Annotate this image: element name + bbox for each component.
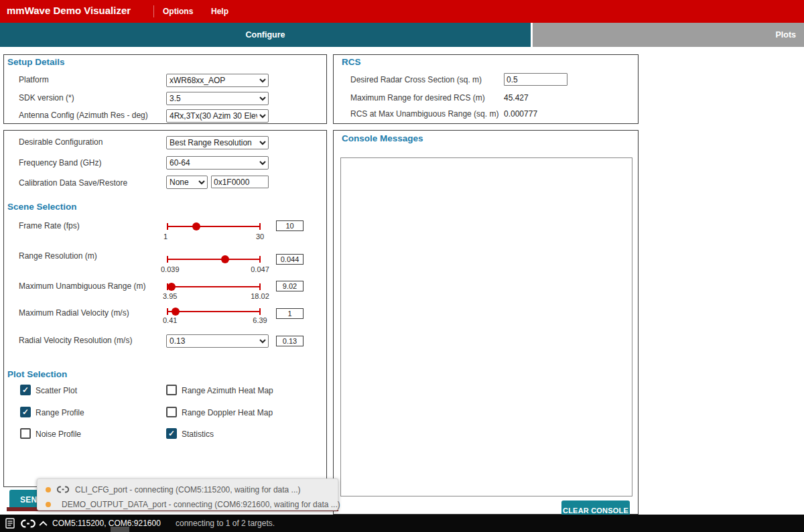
platform-label: Platform [19, 75, 49, 84]
console-output[interactable] [340, 157, 632, 496]
rcs-heading: RCS [342, 57, 361, 67]
slider-track[interactable] [168, 311, 260, 312]
slider-track[interactable] [168, 226, 260, 227]
slider-track[interactable] [168, 259, 260, 260]
toast-row: CLI_CFG_port - connecting (COM5:115200, … [46, 484, 330, 495]
desired-rcs-label: Desired Radar Cross Section (sq. m) [350, 75, 482, 84]
calibration-label: Calibration Data Save/Restore [19, 178, 127, 188]
sdk-version-label: SDK version (*) [19, 93, 74, 103]
radial-velocity-resolution-label: Radial Velocity Resolution (m/s) [19, 336, 132, 345]
radial-velocity-resolution-value[interactable]: 0.13 [276, 336, 304, 346]
max-unambiguous-range-value[interactable]: 9.02 [276, 281, 304, 291]
range-azimuth-heat-map-label: Range Azimuth Heat Map [182, 386, 273, 395]
antenna-config-label: Antenna Config (Azimuth Res - deg) [19, 111, 148, 120]
menu-options[interactable]: Options [163, 7, 193, 16]
range-profile-checkbox[interactable] [20, 407, 31, 417]
scatter-plot-label: Scatter Plot [36, 386, 77, 395]
frame-rate-slider[interactable] [168, 222, 260, 231]
max-range-rcs-label: Maximum Range for desired RCS (m) [350, 93, 485, 103]
max-unambiguous-range-label: Maximum Unambiguous Range (m) [19, 281, 145, 291]
tab-configure[interactable]: Configure [0, 23, 531, 47]
slider-thumb[interactable] [172, 308, 180, 316]
plot-selection-heading: Plot Selection [7, 369, 67, 379]
range-profile-label: Range Profile [36, 408, 84, 417]
toast-row: DEMO_OUTPUT_DATA_port - connecting (COM6… [46, 498, 330, 510]
tab-plots[interactable]: Plots [533, 23, 804, 47]
desirable-config-label: Desirable Configuration [19, 137, 103, 147]
chevron-up-icon[interactable] [39, 521, 48, 527]
range-azimuth-heat-map-checkbox[interactable] [166, 385, 177, 395]
app-header: mmWave Demo Visualizer Options Help [0, 0, 804, 23]
calibration-address-input[interactable] [211, 176, 269, 188]
toast-message: CLI_CFG_port - connecting (COM5:115200, … [75, 485, 301, 494]
setup-details-heading: Setup Details [7, 57, 65, 67]
log-icon[interactable] [5, 518, 15, 529]
rcs-at-max-label: RCS at Max Unambiguous Range (sq. m) [350, 109, 498, 119]
status-dot-icon [46, 502, 51, 507]
slider-tick-left [167, 308, 168, 315]
range-doppler-heat-map-checkbox[interactable] [166, 407, 177, 417]
statistics-checkbox[interactable] [166, 428, 177, 439]
slider-tick-right [259, 223, 261, 230]
header-divider [153, 5, 154, 17]
app-title: mmWave Demo Visualizer [7, 5, 131, 16]
max-radial-velocity-slider[interactable] [168, 307, 260, 316]
slider-thumb[interactable] [168, 283, 176, 291]
frame-rate-min: 1 [163, 232, 168, 241]
sdk-version-select[interactable]: 3.5 [166, 92, 269, 105]
slider-tick-left [167, 223, 168, 230]
range-resolution-slider[interactable] [168, 255, 260, 264]
frame-rate-label: Frame Rate (fps) [19, 221, 80, 230]
noise-profile-label: Noise Profile [36, 429, 81, 439]
max-radial-velocity-label: Maximum Radial Velocity (m/s) [19, 308, 129, 318]
max-range-rcs-value: 45.427 [504, 93, 529, 103]
scatter-plot-checkbox[interactable] [20, 385, 31, 395]
console-messages-heading: Console Messages [342, 133, 423, 143]
frequency-band-select[interactable]: 60-64 [166, 156, 269, 170]
scene-selection-heading: Scene Selection [7, 202, 77, 212]
status-ports: COM5:115200, COM6:921600 [52, 519, 161, 528]
max-unambiguous-range-min: 3.95 [163, 292, 177, 300]
statusbar-artifact [111, 527, 129, 532]
toast-message: DEMO_OUTPUT_DATA_port - connecting (COM6… [62, 500, 340, 509]
serial-port-icon [56, 486, 70, 493]
rcs-at-max-value: 0.000777 [504, 109, 537, 119]
desirable-config-select[interactable]: Best Range Resolution [166, 136, 269, 149]
range-resolution-max: 0.047 [243, 265, 277, 273]
statistics-label: Statistics [182, 429, 214, 439]
status-message: connecting to 1 of 2 targets. [176, 519, 275, 528]
max-unambiguous-range-max: 18.02 [243, 292, 277, 300]
range-resolution-value[interactable]: 0.044 [276, 254, 304, 265]
slider-tick-right [259, 308, 261, 315]
frame-rate-max: 30 [243, 232, 277, 241]
max-radial-velocity-min: 0.41 [163, 316, 177, 324]
calibration-select[interactable]: None [166, 176, 208, 189]
slider-tick-right [259, 283, 261, 290]
range-resolution-label: Range Resolution (m) [19, 251, 97, 261]
antenna-config-select[interactable]: 4Rx,3Tx(30 Azim 30 Elev) [166, 109, 269, 123]
range-doppler-heat-map-label: Range Doppler Heat Map [182, 408, 273, 417]
connection-toast: CLI_CFG_port - connecting (COM5:115200, … [37, 478, 338, 511]
max-radial-velocity-max: 6.39 [243, 316, 277, 324]
slider-thumb[interactable] [192, 222, 200, 230]
radial-velocity-resolution-select[interactable]: 0.13 [166, 334, 269, 348]
serial-port-icon[interactable] [20, 519, 36, 528]
frequency-band-label: Frequency Band (GHz) [19, 158, 101, 168]
slider-thumb[interactable] [221, 255, 229, 263]
range-resolution-min: 0.039 [161, 265, 180, 273]
max-unambiguous-range-slider[interactable] [168, 282, 260, 291]
status-dot-icon [46, 487, 51, 492]
menu-help[interactable]: Help [211, 7, 228, 16]
slider-track[interactable] [168, 286, 260, 287]
slider-tick-right [259, 256, 261, 263]
frame-rate-value[interactable]: 10 [276, 220, 304, 231]
status-bar: COM5:115200, COM6:921600 connecting to 1… [0, 515, 804, 532]
slider-tick-left [167, 256, 168, 263]
max-radial-velocity-value[interactable]: 1 [276, 308, 304, 319]
noise-profile-checkbox[interactable] [20, 428, 31, 439]
platform-select[interactable]: xWR68xx_AOP [166, 74, 269, 87]
desired-rcs-input[interactable] [504, 73, 567, 86]
